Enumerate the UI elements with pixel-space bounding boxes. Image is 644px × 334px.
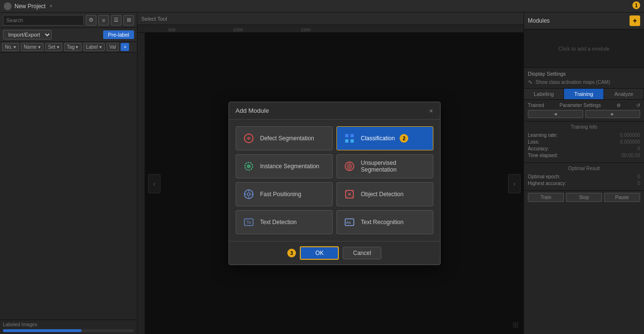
cam-icon: ∿ bbox=[528, 79, 533, 85]
app-icon bbox=[4, 2, 12, 10]
select-tool-label: Select Tool bbox=[141, 16, 167, 22]
modal-body: Defect Segmentation bbox=[229, 120, 440, 241]
toolbar: ⚙ ≡ ☰ ⊞ bbox=[0, 13, 137, 28]
highest-accuracy-row: Highest accuracy: 0 bbox=[528, 181, 640, 186]
tab-analyze[interactable]: Analyze bbox=[604, 89, 644, 99]
svg-rect-4 bbox=[350, 139, 354, 143]
loss-row: Loss: 0.000000 bbox=[528, 139, 640, 145]
highest-accuracy-label: Highest accuracy: bbox=[528, 181, 566, 186]
col-set[interactable]: Set ▾ bbox=[45, 43, 62, 51]
svg-point-9 bbox=[247, 193, 250, 196]
canvas-body: ‹ › ⊞ Add Module × bbox=[137, 33, 523, 334]
ruler-marks: 500 1000 1500 bbox=[137, 25, 523, 32]
main-layout: ⚙ ≡ ☰ ⊞ Import/Export Pre-label No. ▾ Na… bbox=[0, 13, 644, 334]
module-label-text-recognition: Text Recognition bbox=[361, 219, 404, 226]
time-elapsed-label: Time elapsed: bbox=[528, 153, 558, 158]
highest-accuracy-value: 0 bbox=[637, 181, 640, 186]
modules-empty-area[interactable]: Click to add a module bbox=[524, 29, 644, 68]
module-label-fast-positioning: Fast Positioning bbox=[260, 191, 301, 198]
param-icon: ⚙ bbox=[617, 103, 621, 108]
modules-add-btn[interactable]: + bbox=[630, 15, 640, 26]
import-bar: Import/Export Pre-label bbox=[0, 28, 137, 42]
svg-text:Aa: Aa bbox=[346, 220, 351, 225]
col-label[interactable]: Label ▾ bbox=[83, 43, 105, 51]
module-item-fast-positioning[interactable]: Fast Positioning bbox=[236, 182, 333, 206]
object-detection-icon bbox=[343, 187, 356, 201]
module-item-classification[interactable]: Classification 2 bbox=[336, 126, 433, 150]
svg-text:Ta: Ta bbox=[246, 220, 251, 225]
title-bar-title: New Project bbox=[14, 3, 46, 10]
col-name[interactable]: Name ▾ bbox=[21, 43, 43, 51]
next-btn[interactable]: ► bbox=[585, 110, 641, 118]
left-sidebar: ⚙ ≡ ☰ ⊞ Import/Export Pre-label No. ▾ Na… bbox=[0, 13, 137, 334]
module-label-instance-segmentation: Instance Segmentation bbox=[260, 163, 320, 170]
display-settings: Display Settings ∿ Show class activation… bbox=[524, 68, 644, 89]
optimal-epoch-row: Optimal epoch: 0 bbox=[528, 174, 640, 179]
training-info: Training Info Learning rate: 0.000000 Lo… bbox=[524, 121, 644, 163]
search-input[interactable] bbox=[3, 15, 84, 26]
ok-button[interactable]: OK bbox=[300, 246, 339, 260]
svg-rect-2 bbox=[350, 134, 354, 137]
module-item-text-recognition[interactable]: Aa Text Recognition bbox=[336, 210, 433, 234]
svg-rect-3 bbox=[345, 139, 349, 143]
ruler-vertical bbox=[137, 33, 145, 334]
defect-segmentation-icon bbox=[242, 132, 255, 145]
module-item-text-detection[interactable]: Ta Text Detection bbox=[236, 210, 333, 234]
module-label-object-detection: Object Detection bbox=[361, 191, 404, 198]
modal-header: Add Module × bbox=[229, 102, 440, 120]
labeled-images-label: Labeled Images bbox=[3, 322, 37, 327]
param-settings-label: Parameter Settings bbox=[560, 103, 601, 108]
pre-label-btn[interactable]: Pre-label bbox=[103, 30, 134, 39]
tab-training[interactable]: Training bbox=[564, 89, 604, 99]
progress-bar-outer bbox=[3, 329, 134, 332]
cancel-button[interactable]: Cancel bbox=[343, 247, 381, 259]
col-val[interactable]: Val bbox=[107, 43, 119, 51]
title-bar-close[interactable]: × bbox=[50, 3, 53, 9]
col-no[interactable]: No. ▾ bbox=[2, 43, 19, 51]
module-label-defect-segmentation: Defect Segmentation bbox=[260, 135, 314, 142]
module-label-text-detection: Text Detection bbox=[260, 219, 297, 226]
classification-icon bbox=[343, 132, 356, 145]
cam-label: Show class activation maps (CAM) bbox=[536, 80, 610, 85]
loss-value: 0.000000 bbox=[620, 139, 640, 145]
loss-label: Loss: bbox=[528, 139, 539, 145]
time-elapsed-row: Time elapsed: 00:00.00 bbox=[528, 153, 640, 158]
optimal-result: Optimal Result Optimal epoch: 0 Highest … bbox=[524, 163, 644, 190]
text-detection-icon: Ta bbox=[242, 215, 255, 229]
module-item-object-detection[interactable]: Object Detection bbox=[336, 182, 433, 206]
import-dropdown[interactable]: Import/Export bbox=[3, 30, 52, 40]
ok-badge-container: 3 bbox=[287, 249, 296, 257]
section-info: Trained Parameter Settings ⚙ ↺ ◄ ► bbox=[524, 100, 644, 121]
text-recognition-icon: Aa bbox=[343, 215, 356, 229]
sidebar-footer: Labeled Images bbox=[0, 320, 137, 334]
module-label-classification: Classification bbox=[361, 135, 395, 142]
col-add[interactable]: + bbox=[121, 43, 129, 51]
prev-btn[interactable]: ◄ bbox=[528, 110, 583, 118]
accuracy-label: Accuracy: bbox=[528, 146, 549, 151]
unsupervised-segmentation-icon bbox=[343, 160, 356, 173]
list-btn[interactable]: ☰ bbox=[111, 15, 121, 26]
col-tag[interactable]: Tag ▾ bbox=[64, 43, 81, 51]
optimal-epoch-label: Optimal epoch: bbox=[528, 174, 560, 179]
train-btn[interactable]: Train bbox=[528, 193, 564, 202]
module-item-defect-segmentation[interactable]: Defect Segmentation bbox=[236, 126, 333, 150]
trained-label: Trained bbox=[528, 103, 544, 108]
pause-btn[interactable]: Pause bbox=[604, 193, 640, 202]
select-tool-bar: Select Tool bbox=[137, 13, 523, 25]
ruler-horizontal: 500 1000 1500 bbox=[137, 25, 523, 33]
tab-labeling[interactable]: Labeling bbox=[524, 89, 564, 99]
sort-btn[interactable]: ≡ bbox=[98, 15, 109, 26]
ok-badge: 3 bbox=[287, 249, 296, 257]
canvas-area: Select Tool 500 1000 1500 ‹ › ⊞ bbox=[137, 13, 523, 334]
module-item-unsupervised-segmentation[interactable]: Unsupervised Segmentation bbox=[336, 154, 433, 178]
classification-selected-badge: 2 bbox=[400, 134, 408, 143]
learning-rate-row: Learning rate: 0.000000 bbox=[528, 133, 640, 138]
image-btn[interactable]: ⊞ bbox=[123, 15, 134, 26]
filter-btn[interactable]: ⚙ bbox=[86, 15, 96, 26]
module-item-instance-segmentation[interactable]: Instance Segmentation bbox=[236, 154, 333, 178]
fast-positioning-icon bbox=[242, 187, 255, 201]
training-info-title: Training Info bbox=[528, 124, 640, 130]
stop-btn[interactable]: Stop bbox=[566, 193, 602, 202]
modal-close-btn[interactable]: × bbox=[429, 107, 433, 114]
bottom-bar: Train Stop Pause bbox=[524, 190, 644, 204]
